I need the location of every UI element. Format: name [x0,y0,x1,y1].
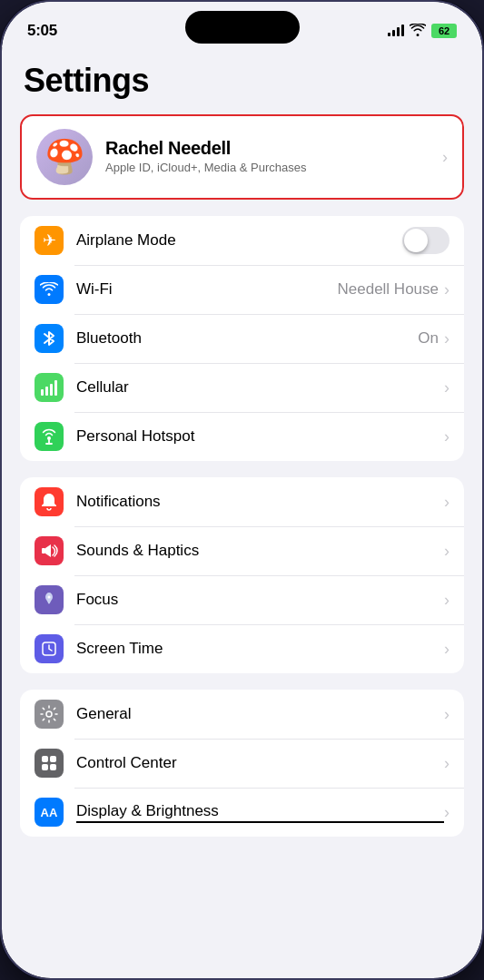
airplane-mode-row[interactable]: ✈ Airplane Mode [20,216,464,265]
phone-screen: 5:05 62 [2,2,482,978]
cellular-chevron: › [444,378,449,397]
hotspot-chevron: › [444,427,449,446]
wifi-label: Wi-Fi [76,280,337,299]
toggle-thumb [404,229,428,252]
avatar: 🍄 [36,129,93,185]
profile-subtitle: Apple ID, iCloud+, Media & Purchases [105,161,442,176]
screentime-label: Screen Time [76,640,444,658]
bluetooth-label: Bluetooth [76,329,418,348]
sounds-row[interactable]: Sounds & Haptics › [20,526,464,575]
profile-info: Rachel Needell Apple ID, iCloud+, Media … [105,138,442,176]
focus-icon [35,585,64,614]
wifi-chevron: › [444,280,449,299]
display-label: Display & Brightness [76,802,444,823]
general-label: General [76,705,444,723]
display-chevron: › [444,803,449,822]
signal-icon [388,25,404,36]
control-center-label: Control Center [76,754,444,772]
profile-name: Rachel Needell [105,138,442,159]
battery-icon: 62 [431,24,457,38]
airplane-mode-icon: ✈ [35,226,64,255]
notifications-icon [35,487,64,516]
notifications-label: Notifications [76,493,444,511]
sounds-label: Sounds & Haptics [76,542,444,560]
settings-content: Settings 🍄 Rachel Needell Apple ID, iClo… [2,47,482,978]
profile-chevron: › [442,148,448,167]
control-center-row[interactable]: Control Center › [20,739,464,788]
svg-rect-3 [54,380,57,396]
focus-row[interactable]: Focus › [20,575,464,624]
svg-rect-11 [42,756,48,762]
sounds-chevron: › [444,542,449,561]
display-icon: AA [35,798,64,827]
cellular-label: Cellular [76,378,444,397]
display-row[interactable]: AA Display & Brightness › [20,788,464,837]
hotspot-label: Personal Hotspot [76,427,444,446]
status-icons: 62 [388,24,457,39]
connectivity-group: ✈ Airplane Mode [20,216,464,461]
svg-rect-1 [45,387,48,396]
page-title: Settings [20,47,464,114]
wifi-value: Needell House [337,280,439,299]
wifi-icon [35,275,64,304]
dynamic-island [185,11,300,44]
notifications-row[interactable]: Notifications › [20,477,464,526]
airplane-mode-label: Airplane Mode [76,231,402,250]
cellular-icon [35,373,64,402]
notifications-group: Notifications › Sounds & Haptics › [20,477,464,673]
sounds-icon [35,536,64,565]
svg-point-10 [46,711,52,717]
profile-card[interactable]: 🍄 Rachel Needell Apple ID, iCloud+, Medi… [20,114,464,200]
general-icon [35,700,64,729]
bluetooth-value: On [418,329,439,348]
screentime-row[interactable]: Screen Time › [20,624,464,673]
screentime-icon [35,634,64,663]
svg-rect-7 [42,548,45,554]
svg-rect-0 [41,389,44,396]
airplane-mode-toggle[interactable] [402,227,449,254]
svg-point-8 [48,596,51,599]
svg-rect-2 [50,384,53,396]
bluetooth-chevron: › [444,329,449,348]
status-time: 5:05 [27,22,57,40]
screentime-chevron: › [444,640,449,659]
svg-rect-13 [42,764,48,770]
general-row[interactable]: General › [20,690,464,739]
general-chevron: › [444,705,449,724]
phone-frame: 5:05 62 [0,0,484,980]
bluetooth-icon [35,324,64,353]
hotspot-icon [35,422,64,451]
hotspot-row[interactable]: Personal Hotspot › [20,412,464,461]
control-center-icon [35,749,64,778]
svg-rect-14 [50,764,56,770]
focus-chevron: › [444,591,449,610]
control-center-chevron: › [444,754,449,773]
wifi-status-icon [410,24,426,39]
cellular-row[interactable]: Cellular › [20,363,464,412]
bluetooth-row[interactable]: Bluetooth On › [20,314,464,363]
notifications-chevron: › [444,493,449,512]
svg-rect-12 [50,756,56,762]
focus-label: Focus [76,591,444,609]
general-group: General › Control Center › [20,690,464,837]
wifi-row[interactable]: Wi-Fi Needell House › [20,265,464,314]
